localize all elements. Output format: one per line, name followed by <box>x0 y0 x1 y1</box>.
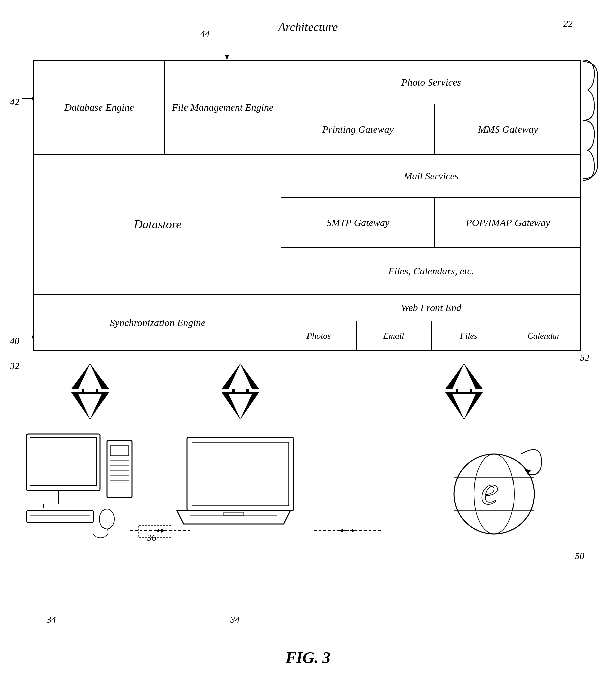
ref-34-laptop: 34 <box>230 614 240 625</box>
photo-services-label: Photo Services <box>401 77 461 88</box>
files-tab-label: Files <box>460 331 477 341</box>
svg-rect-11 <box>84 389 96 404</box>
ref-42: 42 <box>10 97 19 108</box>
svg-rect-10 <box>82 389 99 404</box>
cell-smtp-gateway: SMTP Gateway <box>281 198 435 248</box>
photos-tab-label: Photos <box>307 331 331 341</box>
svg-marker-9 <box>79 364 102 389</box>
ref-32: 32 <box>10 361 19 371</box>
files-calendars-label: Files, Calendars, etc. <box>388 265 474 277</box>
cell-files-calendars: Files, Calendars, etc. <box>281 248 581 295</box>
svg-marker-33 <box>340 529 343 533</box>
ref-36: 36 <box>147 533 156 543</box>
page: e Architecture 22 44 Database Engine Fil… <box>0 0 616 680</box>
svg-marker-20 <box>446 364 482 389</box>
svg-marker-27 <box>161 529 165 533</box>
svg-rect-35 <box>30 437 97 486</box>
svg-marker-21 <box>452 364 476 389</box>
svg-rect-49 <box>187 437 294 511</box>
tab-files: Files <box>432 321 507 350</box>
svg-point-54 <box>454 454 534 534</box>
svg-marker-24 <box>446 392 482 419</box>
cell-printing-gateway: Printing Gateway <box>281 105 435 154</box>
ref-22: 22 <box>563 18 572 29</box>
svg-marker-1 <box>225 55 229 60</box>
datastore-label: Datastore <box>134 217 181 231</box>
svg-marker-31 <box>352 529 355 533</box>
svg-marker-13 <box>79 394 102 419</box>
tab-email: Email <box>357 321 432 350</box>
cell-mms-gateway: MMS Gateway <box>435 105 581 154</box>
calendar-tab-label: Calendar <box>528 331 560 341</box>
ref-34-desktop: 34 <box>47 614 56 625</box>
svg-marker-6 <box>75 366 105 387</box>
architecture-box: Database Engine File Management Engine P… <box>33 60 581 350</box>
sync-engine-label: Synchronization Engine <box>110 317 205 329</box>
file-management-engine-label: File Management Engine <box>169 98 277 116</box>
ref-44: 44 <box>200 28 210 39</box>
smtp-gateway-label: SMTP Gateway <box>327 217 390 228</box>
database-engine-label: Database Engine <box>61 98 137 116</box>
cell-tabs: Photos Email Files Calendar <box>281 321 581 350</box>
ref-52: 52 <box>580 352 589 363</box>
web-front-end-label: Web Front End <box>401 302 461 313</box>
svg-marker-25 <box>452 394 476 419</box>
svg-marker-7 <box>80 366 100 387</box>
cell-file-management-engine: File Management Engine <box>165 61 281 154</box>
mail-services-label: Mail Services <box>404 170 458 181</box>
svg-rect-38 <box>107 441 132 498</box>
svg-rect-50 <box>192 442 289 506</box>
svg-rect-45 <box>27 511 93 522</box>
svg-marker-60 <box>524 469 531 474</box>
svg-rect-34 <box>27 434 100 491</box>
cell-synchronization-engine: Synchronization Engine <box>34 295 281 350</box>
pop-imap-gateway-label: POP/IMAP Gateway <box>466 217 550 228</box>
ref-50: 50 <box>575 551 584 562</box>
svg-rect-36 <box>55 491 58 504</box>
ref-40: 40 <box>10 336 19 346</box>
svg-rect-37 <box>44 504 70 508</box>
svg-rect-23 <box>458 389 470 404</box>
mms-gateway-label: MMS Gateway <box>478 123 538 135</box>
svg-rect-53 <box>224 512 244 516</box>
email-tab-label: Email <box>383 331 404 341</box>
svg-marker-8 <box>72 364 109 389</box>
svg-point-55 <box>474 454 514 534</box>
diagram-title-area: Architecture <box>0 20 616 34</box>
cell-datastore: Datastore <box>34 154 281 295</box>
svg-marker-19 <box>229 394 252 419</box>
svg-marker-15 <box>229 364 252 389</box>
tab-calendar: Calendar <box>506 321 581 350</box>
tab-photos: Photos <box>281 321 357 350</box>
svg-rect-22 <box>456 389 472 404</box>
cell-pop-imap-gateway: POP/IMAP Gateway <box>435 198 581 248</box>
cell-database-engine: Database Engine <box>34 61 165 154</box>
svg-rect-39 <box>110 446 129 456</box>
svg-marker-29 <box>156 529 159 533</box>
architecture-title: Architecture <box>278 20 338 34</box>
svg-text:e: e <box>481 469 499 513</box>
cell-photo-services: Photo Services <box>281 61 581 105</box>
figure-label: FIG. 3 <box>0 648 616 667</box>
cell-web-front-end: Web Front End <box>281 295 581 321</box>
printing-gateway-label: Printing Gateway <box>322 123 394 135</box>
svg-rect-16 <box>232 389 249 404</box>
svg-point-47 <box>100 509 114 529</box>
svg-rect-17 <box>235 389 246 404</box>
svg-marker-14 <box>222 364 259 389</box>
svg-marker-18 <box>222 392 259 419</box>
svg-marker-12 <box>72 392 109 419</box>
cell-mail-services: Mail Services <box>281 154 581 198</box>
